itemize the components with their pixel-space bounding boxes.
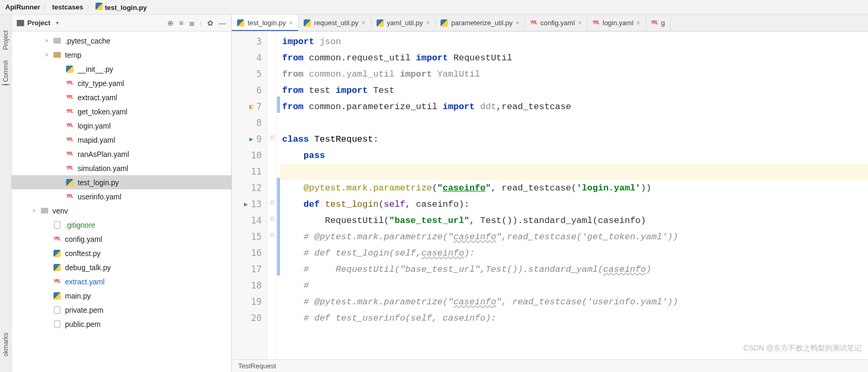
tree-item[interactable]: YMLlogin.yaml [12,119,231,133]
code-line[interactable] [280,115,868,131]
line-number[interactable]: 20 [232,310,267,326]
fold-handle[interactable] [267,31,276,48]
tree-item[interactable]: __init__.py [12,62,231,76]
editor-tab[interactable]: YMLg [646,15,671,31]
run-icon[interactable]: ▶ [244,196,248,212]
breadcrumb-item[interactable]: ApiRunner [5,3,40,11]
close-icon[interactable]: × [578,19,582,27]
fold-handle[interactable] [267,145,276,162]
code-line[interactable]: # @pytest.mark.parametrize("caseinfo",re… [280,229,868,245]
code-line[interactable]: from common.yaml_util import YamlUtil [280,66,868,82]
tree-item[interactable]: .gitignore [12,218,231,232]
editor-tab[interactable]: yaml_util.py× [371,15,436,31]
tree-item[interactable]: >.pytest_cache [12,34,231,48]
line-number[interactable]: 8 [232,115,267,131]
fold-handle[interactable] [267,162,276,178]
editor-tab[interactable]: request_util.py× [298,15,371,31]
tree-item[interactable]: YMLextract.yaml [12,90,231,104]
fold-handle[interactable] [267,308,276,324]
fold-handle[interactable]: ⊟ [267,210,276,227]
close-icon[interactable]: × [426,19,430,27]
code-line[interactable]: class TestRequest: [280,131,868,147]
line-number[interactable]: 12 [232,180,267,196]
line-gutter[interactable]: 3456◧78▶9101112▶1314151617181920 [232,31,267,359]
code-line[interactable]: @pytest.mark.parametrize("caseinfo", rea… [280,180,868,196]
line-number[interactable]: 6 [232,82,267,99]
fold-handle[interactable] [267,243,276,259]
tree-item[interactable]: test_login.py [12,175,231,189]
line-number[interactable]: 19 [232,294,267,310]
tree-item[interactable]: YMLget_token.yaml [12,104,231,119]
project-tree[interactable]: >.pytest_cache>temp__init__.pyYMLcity_ty… [12,31,231,372]
code-line[interactable]: from common.parameterize_util import ddt… [280,99,868,115]
editor-tab[interactable]: parameterize_util.py× [435,15,525,31]
line-number[interactable]: 4 [232,50,267,66]
code-line[interactable] [280,164,868,180]
chevron-icon[interactable]: > [33,208,40,214]
tree-item[interactable]: YMLuserinfo.yaml [12,189,231,204]
line-number[interactable]: 3 [232,34,267,50]
line-number[interactable]: 11 [232,164,267,180]
run-icon[interactable]: ▶ [250,131,253,147]
code-line[interactable]: pass [280,147,868,164]
fold-column[interactable]: ⊟⊟⊟⊟ [267,31,277,359]
line-number[interactable]: 17 [232,261,267,278]
tree-item[interactable]: conftest.py [12,246,231,260]
tree-item[interactable]: YMLconfig.yaml [12,232,231,246]
collapse-all-icon[interactable]: ≣ [189,19,195,27]
code-line[interactable]: from test import Test [280,82,868,99]
fold-handle[interactable] [267,97,276,113]
fold-handle[interactable] [267,259,276,275]
breadcrumb-item[interactable]: testcases [52,3,83,11]
tree-item[interactable]: >venv [12,204,231,218]
fold-handle[interactable]: ⊟ [267,194,276,210]
code-line[interactable]: # [280,278,868,294]
code-line[interactable]: def test_login(self, caseinfo): [280,196,868,212]
editor-tab[interactable]: test_login.py× [232,15,298,31]
code-line[interactable]: RequestUtil("base_test_url", Test()).sta… [280,212,868,229]
tree-item[interactable]: YMLranAsPlan.yaml [12,147,231,161]
tree-item[interactable]: YMLsimulation.yaml [12,161,231,175]
code-line[interactable]: # @pytest.mark.parametrize("caseinfo", r… [280,294,868,310]
editor-tab[interactable]: YMLconfig.yaml× [525,15,587,31]
tree-item[interactable]: public.pem [12,317,231,331]
chevron-down-icon[interactable]: ▼ [55,20,60,26]
line-number[interactable]: 10 [232,147,267,164]
close-icon[interactable]: × [516,19,519,27]
code-editor[interactable]: import jsonfrom common.request_util impo… [280,31,868,359]
tree-item[interactable]: debug_talk.py [12,260,231,274]
hide-icon[interactable]: — [219,19,226,27]
line-number[interactable]: ▶13 [232,196,267,212]
code-line[interactable]: # def test_login(self,caseinfo): [280,245,868,261]
fold-handle[interactable] [267,80,276,97]
side-tab-project[interactable]: Project [2,25,9,55]
line-number[interactable]: 15 [232,229,267,245]
fold-handle[interactable] [267,64,276,80]
line-number[interactable]: 14 [232,212,267,229]
tree-item[interactable]: >temp [12,48,231,62]
side-tab-commit[interactable]: Commit [2,55,9,90]
breadcrumb-item[interactable]: test_login.py [95,3,147,12]
fold-handle[interactable] [267,113,276,129]
code-line[interactable]: # RequestUtil("base_test_url",Test()).st… [280,261,868,278]
code-line[interactable]: import json [280,34,868,50]
expand-all-icon[interactable]: ≡ [179,19,183,27]
fold-handle[interactable]: ⊟ [267,129,276,145]
select-opened-file-icon[interactable]: ⊕ [167,19,174,27]
close-icon[interactable]: × [362,19,366,27]
close-icon[interactable]: × [289,19,293,27]
chevron-icon[interactable]: > [45,52,52,58]
fold-handle[interactable] [267,292,276,308]
tree-item[interactable]: YMLextract.yaml [12,274,231,289]
line-number[interactable]: ◧7 [232,99,267,115]
tree-item[interactable]: private.pem [12,303,231,317]
fold-handle[interactable] [267,48,276,64]
line-number[interactable]: ▶9 [232,131,267,147]
bookmark-icon[interactable]: ◧ [250,99,253,115]
breadcrumb-context[interactable]: TestRequest [238,362,276,370]
code-line[interactable]: from common.request_util import RequestU… [280,50,868,66]
side-tab-bookmarks[interactable]: okmarks [2,327,9,362]
tree-item[interactable]: YMLcity_type.yaml [12,76,231,90]
fold-handle[interactable]: ⊟ [267,227,276,243]
settings-icon[interactable]: ✿ [207,19,213,27]
